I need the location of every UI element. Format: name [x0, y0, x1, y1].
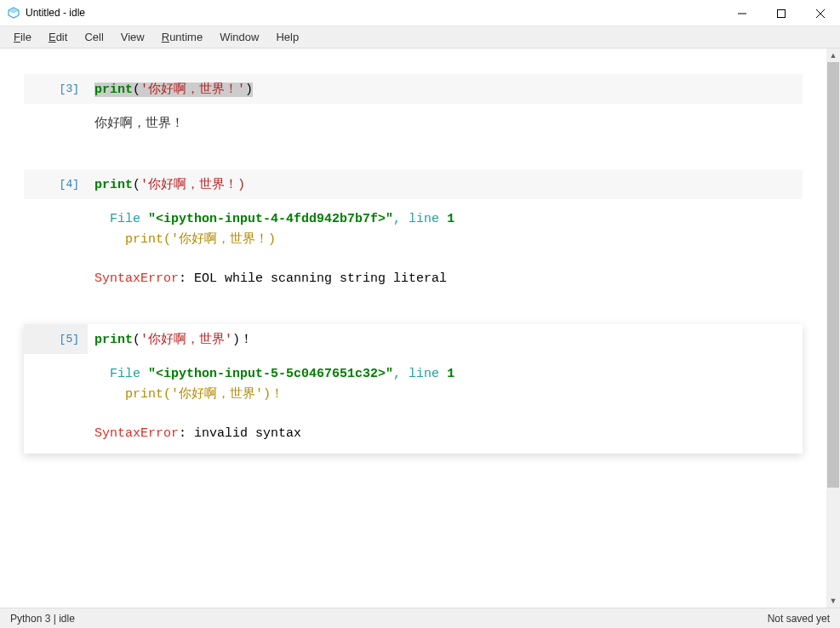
status-left: Python 3 | idle	[10, 613, 75, 625]
content-area: [3] print('你好啊，世界！') 你好啊，世界！ [4] print('…	[0, 49, 840, 608]
tb-echo: print('你好啊，世界！)	[125, 232, 276, 247]
close-button[interactable]	[801, 0, 840, 26]
cell-output: File "<ipython-input-4-4fdd942b7b7f>", l…	[24, 199, 803, 299]
code-token: '	[140, 178, 148, 192]
menubar: File Edit Cell View Runtime Window Help	[0, 26, 840, 49]
code-area[interactable]: print('你好啊，世界')！	[88, 324, 803, 354]
cell-output: File "<ipython-input-5-5c0467651c32>", l…	[24, 354, 803, 454]
code-token: 你好啊，世界	[148, 333, 225, 347]
code-token: '	[140, 83, 148, 97]
cell-input[interactable]: [4] print('你好啊，世界！)	[24, 169, 803, 199]
code-token: '	[140, 333, 148, 347]
menu-cell[interactable]: Cell	[76, 28, 111, 46]
svg-rect-3	[778, 9, 786, 17]
cell-input[interactable]: [3] print('你好啊，世界！')	[24, 74, 803, 104]
tb-lineno: 1	[447, 367, 454, 381]
code-area[interactable]: print('你好啊，世界！')	[88, 74, 803, 104]
statusbar: Python 3 | idle Not saved yet	[0, 608, 840, 628]
notebook: [3] print('你好啊，世界！') 你好啊，世界！ [4] print('…	[0, 49, 826, 496]
prompt-label: [4]	[60, 178, 79, 191]
tb-file-str: "<ipython-input-5-5c0467651c32>"	[148, 367, 393, 381]
prompt-area: [4]	[24, 169, 88, 199]
menu-view[interactable]: View	[112, 28, 153, 46]
cell-input[interactable]: [5] print('你好啊，世界')！	[24, 324, 803, 354]
code-area[interactable]: print('你好啊，世界！)	[88, 169, 803, 199]
tb-error-name: SyntaxError	[94, 426, 179, 441]
prompt-label: [3]	[60, 83, 79, 95]
tb-echo: print('你好啊，世界')！	[125, 387, 283, 402]
titlebar: Untitled - idle	[0, 0, 840, 26]
code-token: (	[133, 83, 140, 97]
maximize-button[interactable]	[762, 0, 801, 26]
vertical-scrollbar[interactable]: ▲ ▼	[826, 49, 840, 608]
code-token: print	[94, 333, 133, 347]
tb-line-label: line	[409, 212, 439, 226]
tb-error-name: SyntaxError	[94, 271, 179, 286]
tb-file-str: "<ipython-input-4-4fdd942b7b7f>"	[148, 212, 393, 226]
tb-error-msg: invalid syntax	[194, 426, 301, 441]
code-token: print	[94, 178, 133, 192]
menu-file[interactable]: File	[5, 28, 40, 46]
code-token: (	[133, 333, 140, 347]
prompt-area: [5]	[24, 324, 88, 354]
menu-help[interactable]: Help	[267, 28, 307, 46]
code-token: (	[133, 178, 140, 192]
code-token: '	[225, 333, 232, 347]
cell[interactable]: [4] print('你好啊，世界！) File "<ipython-input…	[24, 169, 803, 299]
menu-window[interactable]: Window	[211, 28, 267, 46]
output-text: 你好啊，世界！	[94, 117, 184, 131]
cell[interactable]: [3] print('你好啊，世界！') 你好啊，世界！	[24, 74, 803, 144]
menu-runtime[interactable]: Runtime	[153, 28, 211, 46]
tb-sep: ,	[393, 212, 409, 226]
prompt-area: [3]	[24, 74, 88, 104]
prompt-label: [5]	[60, 333, 79, 345]
code-token: 你好啊，世界！	[148, 83, 237, 97]
tb-line-label: line	[409, 367, 439, 381]
tb-lineno: 1	[447, 212, 454, 226]
cell-output: 你好啊，世界！	[24, 104, 803, 144]
window-controls	[723, 0, 840, 26]
scrollbar-thumb[interactable]	[827, 62, 839, 488]
code-token: 你好啊，世界！)	[148, 178, 245, 192]
code-token: ！	[240, 333, 253, 347]
minimize-button[interactable]	[723, 0, 762, 26]
cell[interactable]: [5] print('你好啊，世界')！ File "<ipython-inpu…	[24, 324, 803, 454]
app-icon	[7, 6, 20, 20]
tb-error-msg: EOL while scanning string literal	[194, 271, 447, 286]
tb-file-label: File	[110, 367, 140, 381]
code-token: print	[94, 83, 133, 97]
scroll-up-icon[interactable]: ▲	[826, 49, 840, 62]
scroll-down-icon[interactable]: ▼	[826, 594, 840, 608]
tb-sep: ,	[393, 367, 409, 381]
tb-file-label: File	[110, 212, 140, 226]
window-title: Untitled - idle	[26, 7, 85, 19]
svg-marker-1	[9, 8, 19, 13]
code-token: )	[245, 83, 253, 97]
code-token: '	[237, 83, 245, 97]
code-token: )	[232, 333, 240, 347]
menu-edit[interactable]: Edit	[40, 28, 76, 46]
status-right: Not saved yet	[768, 613, 830, 625]
